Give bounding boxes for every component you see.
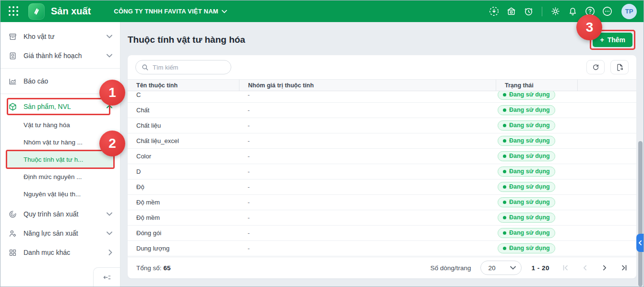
download-updates-button[interactable] (487, 4, 501, 18)
main-content: Thuộc tính vật tư hàng hóa + Thêm 3 (120, 22, 644, 287)
cell-value-group: - (239, 168, 496, 175)
cell-value-group: - (239, 199, 496, 206)
status-label: Đang sử dụng (509, 245, 550, 251)
table-row[interactable]: Chất liệu - Đang sử dụng (128, 118, 636, 133)
top-navbar: Sản xuất CÔNG TY TNHH FAVITA VIỆT NAM (0, 0, 644, 22)
chevron-left-icon (638, 240, 642, 245)
table-row[interactable]: Color - Đang sử dụng (128, 149, 636, 164)
first-page-button[interactable] (562, 264, 569, 271)
scrollbar-thumb[interactable] (638, 141, 643, 287)
sidebar-item-label: Vật tư hàng hóa (24, 121, 70, 129)
cell-value-group: - (239, 183, 496, 191)
settings-button[interactable] (549, 4, 562, 18)
sidebar-subitem-thuoc-tinh-vat-tu[interactable]: Thuộc tính vật tư h... 2 (7, 151, 113, 167)
user-avatar[interactable]: TP (621, 4, 637, 19)
status-badge: Đang sử dụng (498, 120, 555, 131)
search-input[interactable] (153, 64, 220, 71)
table-row[interactable]: Đóng gói - Đang sử dụng (128, 226, 636, 241)
chevron-down-icon (107, 231, 112, 235)
sidebar-subitem-vat-tu-hang-hoa[interactable]: Vật tư hàng hóa (0, 116, 120, 133)
status-dot-icon (503, 247, 506, 250)
rows-per-page-label: Số dòng/trang (430, 264, 471, 272)
topbar-divider (542, 7, 542, 16)
sidebar-item-danh-muc-khac[interactable]: Danh mục khác (0, 243, 120, 262)
cell-attribute-name: Chất liệu_excel (128, 137, 239, 144)
sidebar-item-label: Giá thành kế hoạch (24, 52, 82, 60)
table-row[interactable]: Chất liệu_excel - Đang sử dụng (128, 133, 636, 149)
status-dot-icon (503, 155, 506, 158)
prev-page-button[interactable] (582, 264, 588, 271)
table-row[interactable]: Dung lượng - Đang sử dụng (128, 241, 636, 256)
table-row[interactable]: Độ mềm - Đang sử dụng (128, 210, 636, 226)
cell-attribute-name: Độ mềm (128, 214, 239, 221)
table-row[interactable]: C - Đang sử dụng (128, 91, 636, 103)
page-size-select[interactable]: 20 (480, 261, 522, 275)
status-badge: Đang sử dụng (498, 167, 555, 177)
reminder-button[interactable] (522, 4, 536, 18)
cost-receipt-icon (8, 51, 17, 60)
table-row[interactable]: Độ mềm - Đang sử dụng (128, 195, 636, 210)
sidebar-subitem-dinh-muc-nguyen[interactable]: Định mức nguyên ... (0, 168, 120, 185)
more-menu-button[interactable] (600, 4, 614, 18)
sidebar-item-label: Nguyên vật liệu th... (24, 191, 81, 198)
status-badge: Đang sử dụng (498, 228, 555, 238)
branch-button[interactable] (504, 4, 518, 18)
cell-attribute-name: Chất liệu (128, 122, 239, 129)
sidebar-item-quy-trinh-san-xuat[interactable]: Quy trình sản xuất (0, 204, 120, 224)
sidebar-collapse-button[interactable] (93, 267, 120, 287)
table-row[interactable]: Độ - Đang sử dụng (128, 179, 636, 195)
app-logo (28, 3, 45, 20)
add-button[interactable]: + Thêm (593, 33, 632, 47)
column-header-value-group[interactable]: Nhóm giá trị thuộc tính (239, 80, 496, 91)
status-label: Đang sử dụng (509, 199, 550, 205)
app-launcher-icon[interactable] (7, 5, 20, 18)
sidebar-item-bao-cao[interactable]: Báo cáo (0, 72, 120, 91)
sidebar-item-label: Nhóm vật tư hàng ... (24, 139, 83, 146)
company-switcher[interactable]: CÔNG TY TNHH FAVITA VIỆT NAM (114, 8, 227, 15)
next-page-button[interactable] (601, 264, 608, 271)
sidebar-item-san-pham-nvl[interactable]: Sản phẩm, NVL 1 (0, 97, 120, 116)
sidebar-item-kho-vat-tu[interactable]: Kho vật tư (0, 27, 120, 46)
sidebar-item-gia-thanh-ke-hoach[interactable]: Giá thành kế hoạch (0, 46, 120, 65)
cell-attribute-name: Color (128, 153, 239, 160)
status-label: Đang sử dụng (509, 107, 550, 113)
sidebar-divider (0, 68, 120, 69)
status-badge: Đang sử dụng (498, 136, 555, 146)
chevron-down-icon (510, 266, 516, 270)
toolbar-actions (586, 60, 629, 74)
sidebar-item-nang-luc-san-xuat[interactable]: Năng lực sản xuất (0, 224, 120, 243)
status-badge: Đang sử dụng (498, 91, 555, 100)
category-grid-icon (8, 248, 17, 257)
last-page-button[interactable] (621, 264, 628, 271)
sidebar-subitem-nguyen-vat-lieu[interactable]: Nguyên vật liệu th... (0, 185, 120, 203)
refresh-button[interactable] (586, 60, 605, 74)
notifications-button[interactable] (566, 4, 580, 18)
refresh-icon (592, 63, 600, 72)
search-box[interactable] (135, 60, 231, 74)
chevron-right-icon (108, 250, 112, 255)
cell-value-group: - (239, 245, 496, 252)
export-button[interactable] (610, 60, 629, 74)
table-row[interactable]: Chất - Đang sử dụng (128, 103, 636, 118)
plus-icon: + (600, 36, 604, 44)
column-header-status[interactable]: Trạng thái (496, 80, 577, 91)
expand-panel-tab[interactable] (636, 234, 644, 252)
cell-attribute-name: Độ (128, 183, 239, 191)
cell-value-group: - (239, 122, 496, 129)
topbar-actions: TP (487, 4, 637, 19)
status-dot-icon (503, 170, 506, 173)
sidebar-subitem-nhom-vat-tu[interactable]: Nhóm vật tư hàng ... (0, 133, 120, 151)
help-button[interactable] (583, 4, 597, 18)
page-title: Thuộc tính vật tư hàng hóa (128, 35, 245, 45)
cell-value-group: - (239, 214, 496, 221)
column-header-name[interactable]: Tên thuộc tính (128, 80, 239, 91)
status-badge: Đang sử dụng (498, 197, 555, 207)
table-row[interactable]: D - Đang sử dụng (128, 164, 636, 179)
table-header: Tên thuộc tính Nhóm giá trị thuộc tính T… (128, 79, 636, 91)
table-footer: Tổng số:65 Số dòng/trang 20 1 - 20 (128, 257, 636, 278)
step-3-highlight-box: + Thêm 3 (590, 30, 635, 50)
cell-value-group: - (239, 229, 496, 237)
total-count: Tổng số:65 (136, 264, 171, 272)
status-badge: Đang sử dụng (498, 105, 555, 115)
cell-attribute-name: Chất (128, 107, 239, 114)
